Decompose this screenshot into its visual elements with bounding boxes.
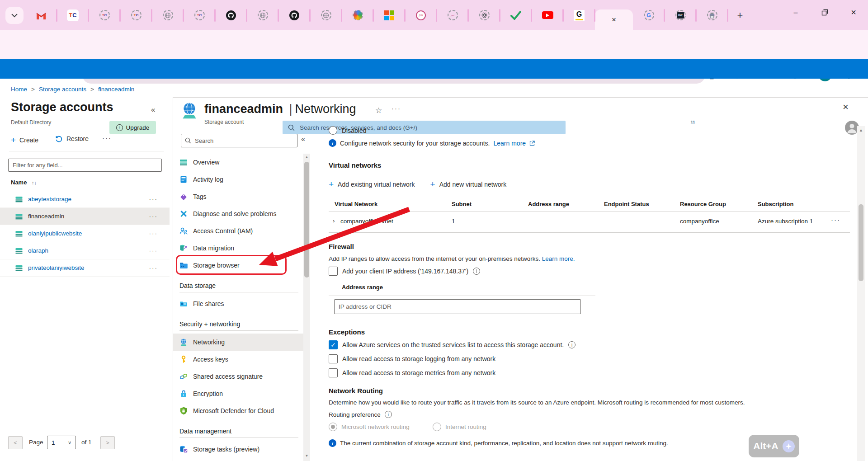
tab-tc-2[interactable]: TC [89, 3, 120, 28]
tab-youtube[interactable] [532, 3, 563, 28]
main-scrollbar-thumb[interactable] [859, 204, 863, 281]
add-new-vnet-button[interactable]: + Add new virtual network [430, 179, 507, 189]
menu-item-access-control-iam[interactable]: Access Control (IAM) [173, 222, 304, 240]
vnet-row-more-icon[interactable]: ··· [831, 216, 840, 224]
row-more-icon[interactable]: ··· [149, 264, 158, 271]
menu-item-file-shares[interactable]: File shares [173, 295, 304, 312]
filter-input[interactable] [8, 159, 162, 172]
breadcrumb-home[interactable]: Home [11, 86, 27, 93]
col-virtual-network[interactable]: Virtual Network [335, 201, 377, 207]
blade-close-icon[interactable]: × [843, 101, 849, 113]
blade-more-icon[interactable]: ··· [392, 104, 401, 112]
ip-address-input[interactable] [334, 299, 581, 314]
firewall-learn-more-link[interactable]: Learn more. [542, 255, 575, 262]
tab-gmail[interactable] [25, 3, 57, 28]
tab-openai[interactable] [468, 3, 500, 28]
page-select[interactable]: 1 ∨ [47, 436, 76, 449]
col-endpoint-status[interactable]: Endpoint Status [604, 201, 649, 207]
learn-more-link[interactable]: Learn more [494, 140, 526, 147]
restore-button[interactable]: Restore [55, 135, 89, 142]
client-ip-checkbox[interactable] [329, 267, 338, 276]
menu-search-input[interactable] [181, 134, 297, 147]
window-minimize-button[interactable]: – [781, 0, 810, 25]
name-column-header[interactable]: Name [11, 179, 27, 186]
collapse-menu-icon[interactable]: « [301, 135, 305, 143]
list-item-olaraph[interactable]: olaraph ··· [0, 242, 170, 259]
favorite-star-icon[interactable]: ☆ [375, 106, 382, 115]
tab-globe-2[interactable] [247, 3, 278, 28]
tab-globe[interactable] [152, 3, 184, 28]
col-address-range[interactable]: Address range [528, 201, 569, 207]
row-more-icon[interactable]: ··· [149, 213, 158, 220]
tab-printer[interactable] [696, 3, 728, 28]
col-resource-group[interactable]: Resource Group [680, 201, 726, 207]
accessibility-shortcut-widget[interactable]: Alt+A [749, 435, 799, 457]
tab-psi-2[interactable]: psi [437, 3, 468, 28]
scroll-up-icon[interactable]: ▲ [858, 128, 864, 132]
cloud-shell-icon[interactable] [654, 122, 666, 134]
tab-check[interactable] [500, 3, 532, 28]
tab-google[interactable]: G [633, 3, 665, 28]
page-next-button[interactable]: > [100, 436, 115, 449]
allow-metrics-checkbox[interactable] [329, 368, 338, 377]
menu-item-access-keys[interactable]: Access keys [173, 351, 304, 368]
global-search[interactable] [283, 121, 566, 134]
tab-github-2[interactable] [278, 3, 310, 28]
vnet-row-name[interactable]: companyoffice-vnet [340, 218, 393, 225]
tab-grammarly[interactable]: G [563, 3, 595, 28]
tab-tc-4[interactable]: TC [184, 3, 215, 28]
list-item-olaniyipublicwebsite[interactable]: olaniyipublicwebsite ··· [0, 225, 170, 242]
tab-tc-3[interactable]: TC [120, 3, 152, 28]
create-button[interactable]: + Create [11, 135, 38, 145]
scroll-up-icon[interactable]: ▲ [303, 155, 310, 159]
tab-globe-3[interactable] [310, 3, 342, 28]
new-tab-button[interactable]: + [728, 3, 752, 28]
allow-logging-checkbox[interactable] [329, 354, 338, 363]
settings-gear-icon[interactable] [709, 122, 721, 134]
list-item-financeadmin-selected[interactable]: financeadmin ··· [0, 208, 170, 225]
tab-dev[interactable]: DEV [665, 3, 696, 28]
upgrade-button[interactable]: ↑ Upgrade [109, 121, 156, 134]
col-subnet[interactable]: Subnet [452, 201, 472, 207]
menu-item-activity-log[interactable]: Activity log [173, 171, 304, 188]
main-scrollbar-track[interactable] [857, 126, 865, 461]
tab-microsoft[interactable] [373, 3, 405, 28]
menu-scrollbar-thumb[interactable] [304, 162, 309, 278]
scroll-down-icon[interactable]: ▼ [303, 454, 310, 458]
tab-active-azure-portal[interactable]: × [595, 9, 633, 30]
menu-item-storage-browser[interactable]: Storage browser [173, 257, 304, 274]
menu-item-storage-tasks[interactable]: Storage tasks (preview) [173, 441, 304, 458]
add-existing-vnet-button[interactable]: + Add existing virtual network [329, 179, 415, 189]
menu-item-encryption[interactable]: Encryption [173, 385, 304, 402]
allow-trusted-checkbox-checked[interactable]: ✓ [329, 340, 338, 349]
tab-color-globe[interactable] [342, 3, 373, 28]
menu-item-data-migration[interactable]: Data migration [173, 240, 304, 257]
row-more-icon[interactable]: ··· [149, 247, 158, 254]
row-expander-icon[interactable]: › [333, 217, 335, 224]
menu-item-networking-selected[interactable]: Networking [173, 334, 304, 351]
list-item-privateolaniyiwebsite[interactable]: privateolaniyiwebsite ··· [0, 259, 170, 277]
menu-item-overview[interactable]: Overview [173, 154, 304, 171]
breadcrumb-storage-accounts[interactable]: Storage accounts [39, 86, 86, 93]
toolbar-more-icon[interactable]: ··· [102, 134, 112, 141]
menu-item-shared-access-signature[interactable]: Shared access signature [173, 368, 304, 385]
hamburger-menu-icon[interactable] [9, 125, 18, 131]
tab-tc[interactable]: TC [57, 3, 89, 28]
window-restore-button[interactable] [810, 0, 839, 25]
window-close-button[interactable]: × [839, 0, 868, 25]
page-prev-button[interactable]: < [8, 436, 23, 449]
menu-item-diagnose[interactable]: Diagnose and solve problems [173, 205, 304, 222]
sort-icon[interactable]: ↑↓ [32, 180, 37, 185]
row-more-icon[interactable]: ··· [149, 230, 158, 237]
menu-item-defender[interactable]: Microsoft Defender for Cloud [173, 402, 304, 419]
breadcrumb-current[interactable]: financeadmin [98, 86, 134, 93]
tab-search-button[interactable] [5, 7, 24, 24]
tab-github[interactable] [215, 3, 247, 28]
disabled-radio[interactable] [329, 126, 337, 135]
list-item-abeyteststorage[interactable]: abeyteststorage ··· [0, 191, 170, 208]
collapse-panel-icon[interactable]: « [151, 105, 155, 114]
menu-search[interactable] [181, 134, 297, 147]
global-search-input[interactable] [299, 124, 560, 132]
menu-item-tags[interactable]: Tags [173, 188, 304, 205]
close-tab-icon[interactable]: × [612, 15, 616, 24]
